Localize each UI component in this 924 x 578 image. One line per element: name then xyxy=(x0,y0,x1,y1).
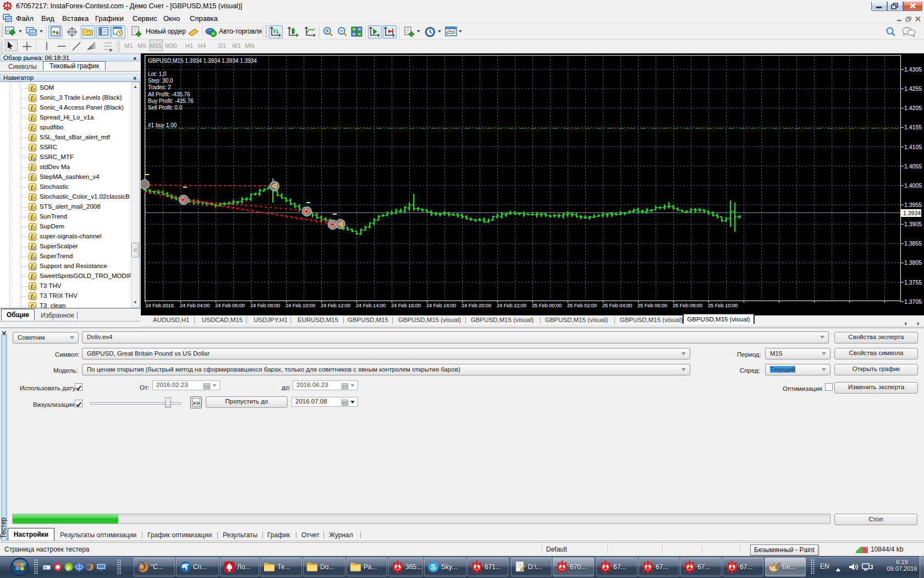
svg-text:25 Feb 00:00: 25 Feb 00:00 xyxy=(532,302,562,308)
svg-text:1.4005: 1.4005 xyxy=(904,182,922,189)
svg-text:1.4055: 1.4055 xyxy=(904,163,922,170)
svg-text:1.3905: 1.3905 xyxy=(904,221,922,227)
svg-text:24 Feb 06:00: 24 Feb 06:00 xyxy=(215,302,245,308)
svg-text:24 Feb 18:00: 24 Feb 18:00 xyxy=(426,302,456,308)
svg-text:1.4155: 1.4155 xyxy=(904,124,922,130)
svg-text:1.3805: 1.3805 xyxy=(904,259,922,266)
svg-text:25 Feb 10:00: 25 Feb 10:00 xyxy=(708,302,738,308)
svg-text:µ: µ xyxy=(67,564,70,570)
svg-text:1.4255: 1.4255 xyxy=(904,85,922,92)
svg-text:1.4305: 1.4305 xyxy=(904,66,922,73)
svg-text:S: S xyxy=(431,563,436,571)
svg-text:Trades: 2: Trades: 2 xyxy=(148,84,171,90)
svg-text:24 Feb 10:00: 24 Feb 10:00 xyxy=(285,302,315,308)
svg-text:24 Feb 2016: 24 Feb 2016 xyxy=(145,302,174,308)
svg-text:1.3934: 1.3934 xyxy=(903,210,921,216)
svg-text:Lot: 1,0: Lot: 1,0 xyxy=(148,71,167,77)
svg-text:Sell Profit: 0.0: Sell Profit: 0.0 xyxy=(148,105,183,111)
svg-text:24 Feb 08:00: 24 Feb 08:00 xyxy=(250,302,280,308)
svg-text:24 Feb 22:00: 24 Feb 22:00 xyxy=(497,302,526,308)
svg-text:1.3705: 1.3705 xyxy=(904,298,922,305)
svg-text:25 Feb 02:00: 25 Feb 02:00 xyxy=(567,302,597,308)
svg-text:1.4205: 1.4205 xyxy=(904,105,922,111)
svg-text:25 Feb 08:00: 25 Feb 08:00 xyxy=(673,302,702,308)
svg-text:Buy Profit: -435.76: Buy Profit: -435.76 xyxy=(148,98,194,104)
svg-text:All Profit: -435.76: All Profit: -435.76 xyxy=(148,91,190,97)
svg-text:24 Feb 14:00: 24 Feb 14:00 xyxy=(356,302,386,308)
svg-text:#1 buy 1.00: #1 buy 1.00 xyxy=(148,122,177,128)
svg-text:24 Feb 16:00: 24 Feb 16:00 xyxy=(391,302,421,308)
svg-text:25 Feb 04:00: 25 Feb 04:00 xyxy=(602,302,632,308)
svg-text:1.3755: 1.3755 xyxy=(904,279,922,286)
svg-text:1.4105: 1.4105 xyxy=(904,144,922,150)
svg-text:GBPUSD,M15 1.3934 1.3934 1.39: GBPUSD,M15 1.3934 1.3934 1.3934 1.3934 xyxy=(148,58,257,64)
svg-text:24 Feb 20:00: 24 Feb 20:00 xyxy=(461,302,491,308)
svg-text:1.3855: 1.3855 xyxy=(904,240,922,247)
svg-text:F: F xyxy=(110,48,113,52)
svg-text:1.3955: 1.3955 xyxy=(904,201,922,208)
svg-text:24 Feb 12:00: 24 Feb 12:00 xyxy=(321,302,350,308)
svg-text:Step: 30.0: Step: 30.0 xyxy=(148,78,173,84)
svg-text:24 Feb 04:00: 24 Feb 04:00 xyxy=(180,302,210,308)
svg-text:25 Feb 06:00: 25 Feb 06:00 xyxy=(637,302,667,308)
